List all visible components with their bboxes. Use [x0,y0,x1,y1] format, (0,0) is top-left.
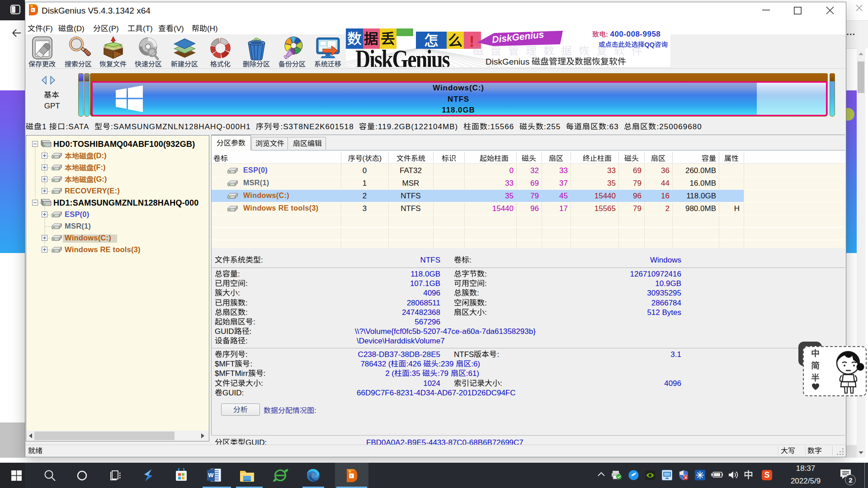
svg-text:W: W [208,472,214,479]
